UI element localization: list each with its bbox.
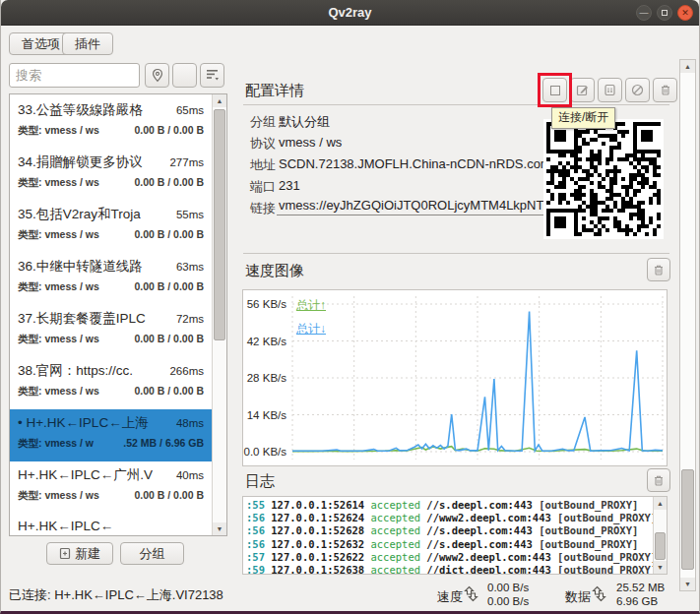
trash-icon <box>653 474 665 487</box>
list-item[interactable]: H+.HK←IPLC←广州.V40ms类型: vmess / ws0.00 B … <box>10 461 212 514</box>
new-config-button[interactable]: 新建 <box>46 542 113 565</box>
search-input[interactable] <box>9 63 140 88</box>
sort-icon <box>206 69 220 82</box>
delete-config-button[interactable] <box>653 78 677 102</box>
log-line: :55 127.0.0.1:52614 accepted //s.deepl.c… <box>246 499 652 512</box>
server-latency: 277ms <box>169 156 204 168</box>
scroll-down-icon[interactable]: ▼ <box>680 578 695 590</box>
y-axis-tick: 0.0 KB/s <box>244 446 287 458</box>
protocol-field-value: vmess / ws <box>279 135 342 150</box>
server-name: 35.包括V2ray和Troja <box>18 206 141 223</box>
panel-scrollbar[interactable]: ▲ ▼ <box>679 59 696 591</box>
data-label: 数据 <box>565 588 591 606</box>
y-axis-tick: 56 KB/s <box>247 298 287 310</box>
scroll-up-icon[interactable]: ▲ <box>654 497 667 510</box>
scroll-up-icon[interactable]: ▲ <box>213 94 226 107</box>
address-field-value: SCDN.72138.JMOFLH.China-nCDN-nRDS.com <box>279 156 551 171</box>
y-axis-tick: 42 KB/s <box>247 336 287 347</box>
edit-config-button[interactable] <box>570 78 595 102</box>
list-item[interactable]: H+.HK←IPLC← <box>10 514 212 536</box>
config-details-title: 配置详情 <box>245 82 304 100</box>
sort-button[interactable] <box>200 63 224 88</box>
share-link-input[interactable] <box>277 196 552 215</box>
server-traffic: 0.00 B / 0.00 B <box>134 385 204 399</box>
server-name: 36.中继中转隧道线路 <box>18 258 143 276</box>
server-latency: 266ms <box>169 365 204 377</box>
list-item[interactable]: • H+.HK←IPLC←上海48ms类型: vmess / w.52 MB /… <box>10 409 212 461</box>
y-axis-tick: 28 KB/s <box>247 372 287 384</box>
connect-disconnect-button[interactable] <box>542 78 567 102</box>
server-list-items: 33.公益等级線路嚴格65ms类型: vmess / ws0.00 B / 0.… <box>10 96 212 536</box>
scrollbar-thumb[interactable] <box>655 532 666 560</box>
list-item[interactable]: 36.中继中转隧道线路63ms类型: vmess / ws0.00 B / 0.… <box>10 253 212 305</box>
speed-values: 0.00 B/s 0.00 B/s <box>487 581 529 608</box>
server-traffic: .52 MB / 6.96 GB <box>123 437 204 451</box>
group-field-value: 默认分组 <box>279 113 330 131</box>
list-item[interactable]: 33.公益等级線路嚴格65ms类型: vmess / ws0.00 B / 0.… <box>10 96 212 149</box>
server-name: 34.捐贈解锁更多协议 <box>18 154 143 171</box>
server-latency: 40ms <box>176 469 204 481</box>
server-type: 类型: vmess / ws <box>18 489 99 503</box>
server-name: 33.公益等级線路嚴格 <box>18 101 143 119</box>
list-item[interactable]: 38.官网：https://cc.266ms类型: vmess / ws0.00… <box>10 357 212 409</box>
blank-button[interactable] <box>172 63 197 88</box>
log-line: :59 127.0.0.1:52638 accepted //dict.deep… <box>246 564 652 575</box>
maximize-button[interactable] <box>657 5 672 21</box>
clear-graph-button[interactable] <box>647 258 670 281</box>
scroll-up-icon[interactable]: ▲ <box>680 60 695 73</box>
log-view[interactable]: :55 127.0.0.1:52614 accepted //s.deepl.c… <box>242 496 668 575</box>
minimize-button[interactable]: — <box>636 5 652 21</box>
speed-down-value: 0.00 B/s <box>487 594 529 608</box>
speed-up-value: 0.00 B/s <box>487 581 529 594</box>
scrollbar-thumb[interactable] <box>681 469 694 570</box>
trash-icon <box>653 264 665 276</box>
speed-label: 速度 <box>437 588 463 606</box>
server-type: 类型: vmess / ws <box>18 228 99 242</box>
server-name: • H+.HK←IPLC←上海 <box>18 414 149 432</box>
list-item[interactable]: 35.包括V2ray和Troja55ms类型: vmess / ws0.00 B… <box>10 201 212 253</box>
group-button[interactable]: 分组 <box>120 542 184 565</box>
locate-current-button[interactable] <box>145 63 169 88</box>
scroll-down-icon[interactable]: ▼ <box>213 522 226 535</box>
maximize-icon <box>662 10 668 16</box>
server-list-scrollbar[interactable]: ▲ ▼ <box>212 94 226 535</box>
server-type: 类型: vmess / ws <box>18 176 99 190</box>
log-lines: :55 127.0.0.1:52614 accepted //s.deepl.c… <box>246 499 652 575</box>
clear-log-button[interactable] <box>647 468 670 492</box>
server-traffic: 0.00 B / 0.00 B <box>134 280 204 294</box>
list-item[interactable]: 37.长期套餐覆盖IPLC72ms类型: vmess / ws0.00 B / … <box>10 305 212 357</box>
close-button[interactable]: ✕ <box>677 5 693 21</box>
edit-json-button[interactable] <box>598 78 622 102</box>
server-type: 类型: vmess / ws <box>18 385 99 399</box>
server-traffic: 0.00 B / 0.00 B <box>134 489 204 503</box>
connect-tooltip: 连接/断开 <box>551 107 615 129</box>
port-field-value: 231 <box>279 178 300 193</box>
scroll-down-icon[interactable]: ▼ <box>654 561 667 574</box>
server-type: 类型: vmess / ws <box>18 280 99 294</box>
up-down-arrows-icon <box>590 584 608 603</box>
legend-total-down[interactable]: 总计↓ <box>296 321 326 338</box>
server-list: 33.公益等级線路嚴格65ms类型: vmess / ws0.00 B / 0.… <box>9 93 227 536</box>
latency-test-button[interactable] <box>625 78 650 102</box>
qr-code <box>543 119 664 239</box>
port-field-label: 端口 <box>250 178 276 196</box>
group-field-label: 分组 <box>250 113 276 131</box>
data-values: 25.52 MB 6.96 GB <box>616 581 665 608</box>
up-down-arrows-icon <box>462 584 480 603</box>
log-line: :56 127.0.0.1:52628 accepted //s.deepl.c… <box>246 524 652 537</box>
log-scrollbar[interactable]: ▲ ▼ <box>653 497 667 574</box>
list-item[interactable]: 34.捐贈解锁更多协议277ms类型: vmess / ws0.00 B / 0… <box>10 149 212 201</box>
server-type: 类型: vmess / ws <box>18 333 99 346</box>
log-line: :57 127.0.0.1:52622 accepted //www2.deep… <box>246 551 652 564</box>
window-title: Qv2ray <box>328 5 371 20</box>
server-latency: 72ms <box>176 313 204 325</box>
plugins-button[interactable]: 插件 <box>62 32 113 55</box>
server-traffic: 0.00 B / 0.00 B <box>134 124 204 138</box>
server-latency: 63ms <box>176 261 204 273</box>
scrollbar-thumb[interactable] <box>214 109 225 340</box>
location-pin-icon <box>151 68 164 83</box>
trash-icon <box>660 84 671 96</box>
server-traffic: 0.00 B / 0.00 B <box>134 333 204 346</box>
legend-total-up[interactable]: 总计↑ <box>296 297 326 314</box>
speed-graph-title: 速度图像 <box>245 262 304 280</box>
